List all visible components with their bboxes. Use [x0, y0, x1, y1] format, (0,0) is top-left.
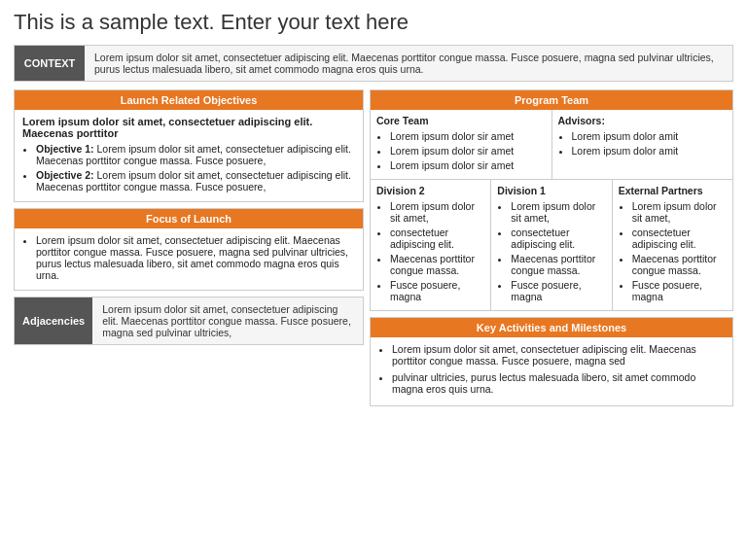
list-item: Lorem ipsum dolor sit amet, [511, 200, 605, 224]
division-row: Division 2 Lorem ipsum dolor sit amet, c… [371, 179, 732, 310]
obj1-label: Objective 1: [36, 143, 94, 155]
list-item: pulvinar ultricies, purus lectus malesua… [392, 371, 725, 395]
key-activities-list: Lorem ipsum dolor sit amet, consectetuer… [378, 343, 725, 395]
objectives-list: Objective 1: Lorem ipsum dolor sit amet,… [22, 143, 355, 192]
obj2-label: Objective 2: [36, 169, 94, 181]
program-team-grid: Core Team Lorem ipsum dolor sir amet Lor… [371, 110, 732, 179]
division1-list: Lorem ipsum dolor sit amet, consectetuer… [497, 200, 605, 302]
key-activities-content: Lorem ipsum dolor sit amet, consectetuer… [371, 337, 732, 405]
list-item: consectetuer adipiscing elit. [511, 227, 605, 250]
advisors-label: Advisors: [558, 115, 728, 126]
program-team-header: Program Team [371, 90, 732, 110]
list-item: Lorem ipsum dolor sir amet [390, 159, 546, 171]
core-team-col: Core Team Lorem ipsum dolor sir amet Lor… [371, 110, 552, 179]
external-partners-list: Lorem ipsum dolor sit amet, consectetuer… [619, 200, 727, 302]
context-label: CONTEXT [15, 46, 85, 81]
core-team-label: Core Team [376, 115, 546, 126]
objective-1: Objective 1: Lorem ipsum dolor sit amet,… [36, 143, 355, 166]
objectives-title: Lorem ipsum dolor sit amet, consectetuer… [22, 116, 355, 139]
list-item: consectetuer adipiscing elit. [632, 227, 727, 250]
list-item: Lorem ipsum dolor sit amet, [390, 200, 484, 224]
key-activities-section: Key Activities and Milestones Lorem ipsu… [370, 317, 733, 406]
advisors-list: Lorem ipsum dolor amit Lorem ipsum dolor… [558, 130, 728, 157]
division2-list: Lorem ipsum dolor sit amet, consectetuer… [376, 200, 484, 302]
focus-item: Lorem ipsum dolor sit amet, consectetuer… [36, 234, 355, 281]
objectives-section: Launch Related Objectives Lorem ipsum do… [14, 89, 364, 202]
list-item: Fusce posuere, magna [390, 279, 484, 302]
left-column: Launch Related Objectives Lorem ipsum do… [14, 89, 364, 406]
context-row: CONTEXT Lorem ipsum dolor sit amet, cons… [14, 45, 733, 82]
adjacencies-row: Adjacencies Lorem ipsum dolor sit amet, … [14, 297, 364, 345]
list-item: consectetuer adipiscing elit. [390, 227, 484, 250]
objectives-header: Launch Related Objectives [15, 90, 363, 110]
list-item: Lorem ipsum dolor sir amet [390, 145, 546, 157]
focus-content: Lorem ipsum dolor sit amet, consectetuer… [15, 228, 363, 290]
main-layout: Launch Related Objectives Lorem ipsum do… [14, 89, 733, 406]
right-column: Program Team Core Team Lorem ipsum dolor… [370, 89, 733, 406]
objective-2: Objective 2: Lorem ipsum dolor sit amet,… [36, 169, 355, 192]
adjacencies-label: Adjacencies [15, 298, 92, 344]
list-item: Lorem ipsum dolor amit [572, 145, 728, 157]
advisors-col: Advisors: Lorem ipsum dolor amit Lorem i… [552, 110, 733, 179]
list-item: Fusce posuere, magna [511, 279, 605, 302]
core-team-list: Lorem ipsum dolor sir amet Lorem ipsum d… [376, 130, 546, 171]
division2-label: Division 2 [376, 185, 484, 196]
division2-col: Division 2 Lorem ipsum dolor sit amet, c… [371, 180, 491, 310]
division1-label: Division 1 [497, 185, 605, 196]
key-activities-header: Key Activities and Milestones [371, 318, 732, 337]
list-item: Lorem ipsum dolor sit amet, consectetuer… [392, 343, 725, 367]
focus-header: Focus of Launch [15, 209, 363, 228]
division1-col: Division 1 Lorem ipsum dolor sit amet, c… [491, 180, 612, 310]
external-partners-col: External Partners Lorem ipsum dolor sit … [613, 180, 732, 310]
context-text: Lorem ipsum dolor sit amet, consectetuer… [85, 46, 732, 81]
focus-section: Focus of Launch Lorem ipsum dolor sit am… [14, 208, 364, 291]
list-item: Maecenas porttitor congue massa. [511, 253, 605, 276]
list-item: Fusce posuere, magna [632, 279, 727, 302]
adjacencies-text: Lorem ipsum dolor sit amet, consectetuer… [92, 298, 363, 344]
list-item: Maecenas porttitor congue massa. [390, 253, 484, 276]
list-item: Lorem ipsum dolor sir amet [390, 130, 546, 142]
focus-list: Lorem ipsum dolor sit amet, consectetuer… [22, 234, 355, 281]
program-team-section: Program Team Core Team Lorem ipsum dolor… [370, 89, 733, 311]
list-item: Lorem ipsum dolor sit amet, [632, 200, 727, 224]
external-partners-label: External Partners [619, 185, 727, 196]
list-item: Lorem ipsum dolor amit [572, 130, 728, 142]
objectives-content: Lorem ipsum dolor sit amet, consectetuer… [15, 110, 363, 201]
list-item: Maecenas porttitor congue massa. [632, 253, 727, 276]
page-title: This is a sample text. Enter your text h… [14, 10, 733, 35]
